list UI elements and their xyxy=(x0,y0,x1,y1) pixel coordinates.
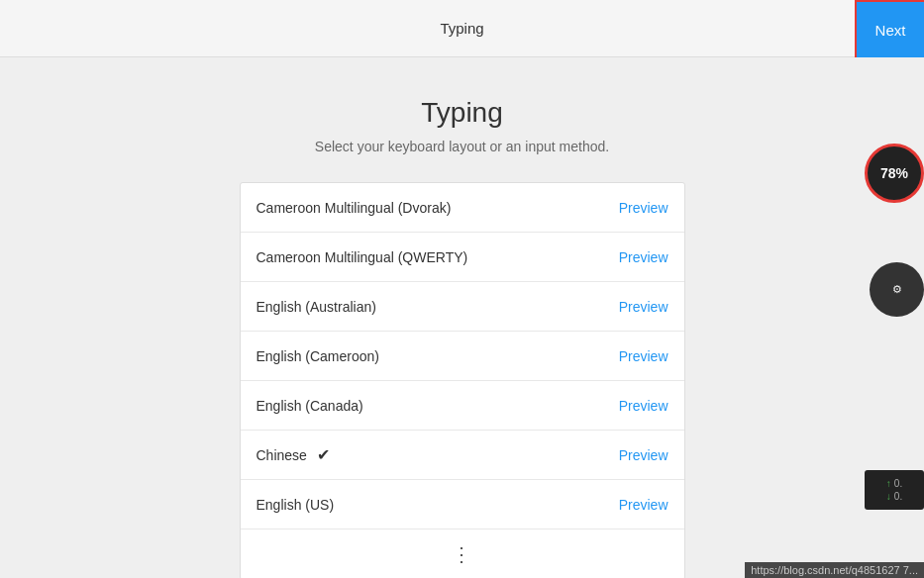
keyboard-layout-name: English (Canada) xyxy=(257,398,363,414)
preview-link[interactable]: Preview xyxy=(619,398,668,414)
more-options-row[interactable]: ⋮ xyxy=(241,530,684,578)
keyboard-layout-name: Cameroon Multilingual (QWERTY) xyxy=(257,249,468,265)
keyboard-row[interactable]: English (Canada)Preview xyxy=(241,381,684,431)
selected-checkmark-icon: ✔ xyxy=(317,445,330,464)
preview-link[interactable]: Preview xyxy=(619,348,668,364)
main-content: Typing Select your keyboard layout or an… xyxy=(0,57,924,578)
keyboard-layout-name: English (Australian) xyxy=(257,299,376,315)
secondary-icon: ⚙ xyxy=(892,283,902,296)
progress-label: 78% xyxy=(880,165,908,181)
keyboard-row[interactable]: Cameroon Multilingual (Dvorak)Preview xyxy=(241,183,684,233)
keyboard-row[interactable]: English (Australian)Preview xyxy=(241,282,684,332)
secondary-circle: ⚙ xyxy=(870,262,924,317)
preview-link[interactable]: Preview xyxy=(619,497,668,513)
progress-circle: 78% xyxy=(865,144,924,203)
preview-link[interactable]: Preview xyxy=(619,447,668,463)
page-title: Typing xyxy=(421,97,503,129)
keyboard-layout-name: English (US) xyxy=(257,497,335,513)
preview-link[interactable]: Preview xyxy=(619,249,668,265)
keyboard-row[interactable]: English (US)Preview xyxy=(241,480,684,530)
keyboard-row-left: English (Australian) xyxy=(257,299,376,315)
more-dots-icon[interactable]: ⋮ xyxy=(452,542,472,566)
keyboard-row[interactable]: Chinese✔Preview xyxy=(241,431,684,480)
keyboard-row-left: English (Canada) xyxy=(257,398,363,414)
net-upload-row: ↑ 0. xyxy=(886,478,902,489)
header-title: Typing xyxy=(440,20,483,37)
keyboard-row[interactable]: Cameroon Multilingual (QWERTY)Preview xyxy=(241,233,684,282)
next-button[interactable]: Next xyxy=(855,0,924,57)
keyboard-layout-list: Cameroon Multilingual (Dvorak)PreviewCam… xyxy=(240,182,685,578)
keyboard-layout-name: English (Cameroon) xyxy=(257,348,380,364)
upload-value: 0. xyxy=(894,478,902,489)
preview-link[interactable]: Preview xyxy=(619,200,668,216)
net-download-row: ↓ 0. xyxy=(886,491,902,502)
keyboard-row[interactable]: English (Cameroon)Preview xyxy=(241,332,684,381)
network-widget: ↑ 0. ↓ 0. xyxy=(865,470,924,510)
keyboard-row-left: English (US) xyxy=(257,497,335,513)
top-bar: Typing Next xyxy=(0,0,924,57)
upload-arrow-icon: ↑ xyxy=(886,478,891,489)
url-text: https://blog.csdn.net/q4851627 7... xyxy=(751,564,918,576)
keyboard-row-left: Chinese✔ xyxy=(257,445,330,464)
keyboard-layout-name: Cameroon Multilingual (Dvorak) xyxy=(257,200,452,216)
keyboard-row-left: Cameroon Multilingual (QWERTY) xyxy=(257,249,468,265)
download-value: 0. xyxy=(894,491,902,502)
keyboard-row-left: Cameroon Multilingual (Dvorak) xyxy=(257,200,452,216)
keyboard-layout-name: Chinese xyxy=(257,447,307,463)
download-arrow-icon: ↓ xyxy=(886,491,891,502)
page-subtitle: Select your keyboard layout or an input … xyxy=(315,139,609,154)
keyboard-row-left: English (Cameroon) xyxy=(257,348,380,364)
url-bar: https://blog.csdn.net/q4851627 7... xyxy=(745,562,924,578)
preview-link[interactable]: Preview xyxy=(619,299,668,315)
